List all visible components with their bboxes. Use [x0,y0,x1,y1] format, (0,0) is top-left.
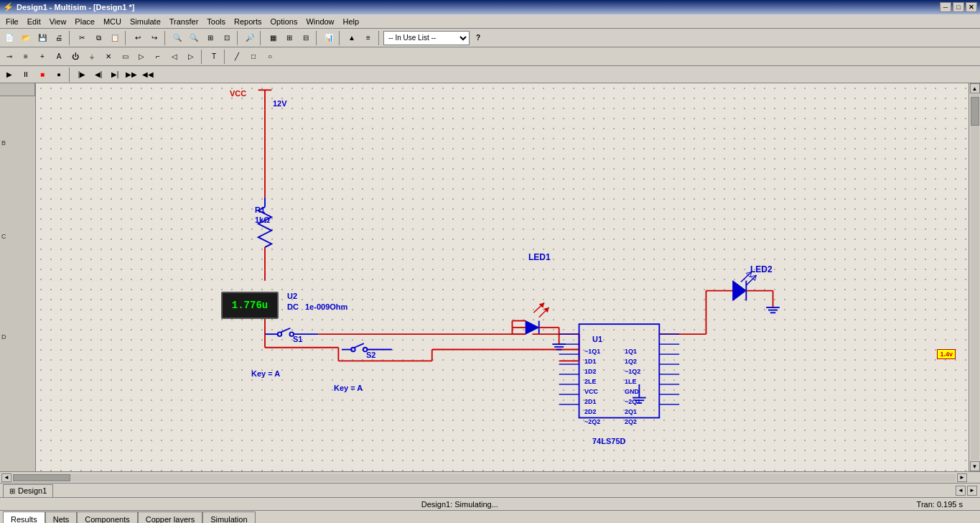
scroll-track [971,94,979,460]
zoom-out-button[interactable]: 🔍 [186,30,202,46]
grapher-button[interactable]: 📊 [321,30,337,46]
sim-step-button[interactable]: |▶ [74,67,90,83]
ellipse-tool[interactable]: ○ [262,49,278,65]
components-tab[interactable]: Components [77,512,137,523]
u1-pin-1d2: 1D2 [584,368,597,375]
design-tabs-bar: ⊞ Design1 ◄ ► [0,483,980,497]
status-right: Tran: 0.195 s [917,500,963,509]
tab-next-button[interactable]: ► [967,486,977,496]
horiz-thumb[interactable] [13,474,70,481]
minimize-button[interactable]: ─ [940,2,951,12]
nets-tab-label: Nets [53,515,70,524]
sep8 [378,31,381,45]
zoom-in-button[interactable]: 🔍 [169,30,185,46]
svg-line-13 [355,343,364,348]
u1-pin-2d1: 2D1 [584,398,597,405]
left-ruler: B C D [0,83,36,471]
menu-item-edit[interactable]: Edit [23,15,45,28]
menu-item-mcu[interactable]: MCU [99,15,126,28]
right-scrollbar[interactable]: ▲ ▼ [969,83,980,471]
results-tab-label: Results [11,515,37,524]
text-tool[interactable]: T [206,49,222,65]
spreadsheet-button[interactable]: ⊟ [298,30,314,46]
u1-pin-gnd: GND [625,388,639,395]
redo-button[interactable]: ↪ [146,30,162,46]
sim-back-button[interactable]: ◀| [90,67,106,83]
net-name-tool[interactable]: A [51,49,67,65]
maximize-button[interactable]: □ [953,2,964,12]
simulation-tab[interactable]: Simulation [202,512,255,523]
bus-entry-tool[interactable]: ⌐ [150,49,166,65]
wire-tool[interactable]: ⊸ [1,49,17,65]
new-button[interactable]: 📄 [1,30,17,46]
open-button[interactable]: 📂 [18,30,34,46]
menu-item-options[interactable]: Options [266,15,302,28]
cut-button[interactable]: ✂ [74,30,90,46]
input-port-tool[interactable]: ◁ [167,49,182,65]
nets-tab[interactable]: Nets [45,512,78,523]
menu-item-window[interactable]: Window [302,15,338,28]
design1-tab[interactable]: ⊞ Design1 [3,484,53,497]
zoom-area-button[interactable]: ⊡ [219,30,235,46]
sim-speed-button[interactable]: ▶▶ [123,67,139,83]
sim-stop-button[interactable]: ■ [34,67,50,83]
scroll-thumb[interactable] [971,97,979,126]
u1-pin-vcc: VCC [584,388,598,395]
netlist-button[interactable]: ≡ [360,30,376,46]
help-button[interactable]: ? [470,30,486,46]
u2-label: U2 [287,292,297,300]
print-button[interactable]: 🖨 [51,30,67,46]
close-button[interactable]: ✕ [966,2,977,12]
find-button[interactable]: 🔎 [242,30,258,46]
key-a1: Key = A [251,369,280,378]
u1-pin-2q1: 2Q1 [625,408,637,415]
menu-item-place[interactable]: Place [70,15,99,28]
u1-pin-1q1: 1Q1 [625,348,637,355]
scroll-down-button[interactable]: ▼ [970,461,980,471]
sim-fwd-button[interactable]: ▶| [107,67,123,83]
sim-probe-button[interactable]: ● [51,67,67,83]
power-tool[interactable]: ⏻ [67,49,83,65]
place-component-button[interactable]: ▦ [265,30,281,46]
svg-marker-42 [733,281,747,301]
copper-layers-tab[interactable]: Copper layers [138,512,202,523]
sim-run-button[interactable]: ▶ [1,67,17,83]
junction-tool[interactable]: + [34,49,50,65]
paste-button[interactable]: 📋 [107,30,123,46]
line-tool[interactable]: ╱ [229,49,245,65]
scroll-up-button[interactable]: ▲ [970,83,980,93]
menu-item-view[interactable]: View [45,15,71,28]
u1-pin-1q2: 1Q2 [625,358,637,365]
results-tab[interactable]: Results [3,512,45,523]
menu-item-simulate[interactable]: Simulate [126,15,165,28]
no-connect-tool[interactable]: ✕ [101,49,116,65]
annotate-button[interactable]: ▲ [344,30,360,46]
u2-impedance: 1e-009Ohm [305,302,347,311]
zoom-fit-button[interactable]: ⊞ [202,30,218,46]
horizontal-scrollbar[interactable]: ◄ ► [0,471,980,483]
tab-prev-button[interactable]: ◄ [956,486,966,496]
schematic-canvas[interactable]: 1.776u VCC 12V R1 1kΩ U2 DC 1e-009Ohm S1… [36,83,969,471]
save-button[interactable]: 💾 [34,30,50,46]
menu-item-help[interactable]: Help [339,15,364,28]
menu-item-tools[interactable]: Tools [202,15,230,28]
copy-button[interactable]: ⧉ [90,30,106,46]
scroll-left-button[interactable]: ◄ [1,473,11,482]
menu-item-reports[interactable]: Reports [230,15,266,28]
sim-slower-button[interactable]: ◀◀ [140,67,156,83]
menu-item-transfer[interactable]: Transfer [165,15,203,28]
off-page-tool[interactable]: ▷ [134,49,149,65]
menu-item-file[interactable]: File [1,15,23,28]
output-port-tool[interactable]: ▷ [183,49,199,65]
bus-tool[interactable]: ≡ [18,49,34,65]
u1-pin-1q1-neg: ~1Q1 [584,348,600,355]
sim-pause-button[interactable]: ⏸ [18,67,34,83]
svg-line-8 [281,328,290,333]
ground-tool[interactable]: ⏚ [84,49,100,65]
scroll-right-button[interactable]: ► [957,473,967,482]
inuse-list-combo[interactable]: -- In Use List -- [383,31,470,45]
hier-block-tool[interactable]: ▭ [117,49,133,65]
place-wire-button[interactable]: ⊞ [281,30,297,46]
rect-tool[interactable]: □ [246,49,261,65]
undo-button[interactable]: ↩ [130,30,146,46]
